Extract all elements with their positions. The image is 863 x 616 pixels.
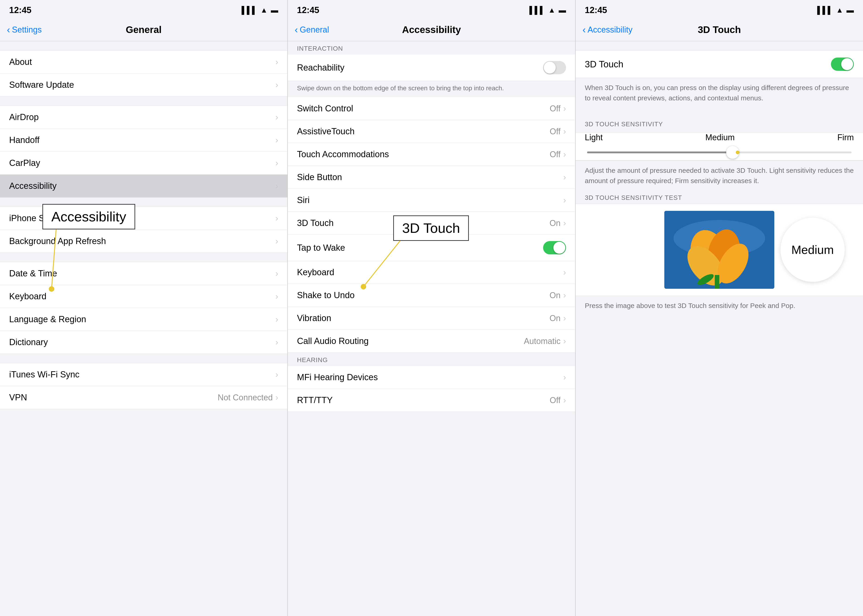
nav-back-2[interactable]: ‹ General <box>295 25 329 35</box>
flower-test-image[interactable] <box>664 211 774 289</box>
item-label-accessibility: Accessibility <box>9 181 57 191</box>
toggle-reachability[interactable] <box>543 61 566 74</box>
nav-back-3[interactable]: ‹ Accessibility <box>583 25 632 35</box>
settings-item-accessibility[interactable]: Accessibility › <box>0 174 288 198</box>
settings-item-touch-accommodations[interactable]: Touch Accommodations Off › <box>288 143 575 166</box>
settings-list-1: About › Software Update › AirDrop › <box>0 41 288 616</box>
settings-item-keyboard-2[interactable]: Keyboard › <box>288 261 575 284</box>
settings-item-carplay[interactable]: CarPlay › <box>0 152 288 174</box>
toggle-3d-touch-main[interactable] <box>831 58 854 71</box>
nav-back-label-3[interactable]: Accessibility <box>588 25 632 35</box>
status-bar-2: 12:45 ▌▌▌ ▲ ▬ <box>288 0 575 18</box>
nav-back-1[interactable]: ‹ Settings <box>7 25 42 35</box>
status-bar-3: 12:45 ▌▌▌ ▲ ▬ <box>575 0 863 18</box>
switch-control-status: Off <box>550 104 561 113</box>
toggle-tap-wake[interactable] <box>543 241 566 255</box>
settings-section-5: iTunes Wi-Fi Sync › VPN Not Connected › <box>0 363 288 409</box>
svg-rect-10 <box>715 275 719 289</box>
signal-icon-1: ▌▌▌ <box>242 6 257 14</box>
item-label-rtt-tty: RTT/TTY <box>297 395 333 405</box>
item-value-touch-accommodations: Off › <box>550 150 566 159</box>
item-value-vibration: On › <box>550 313 566 323</box>
sensitivity-slider[interactable] <box>575 147 863 160</box>
chevron-airdrop: › <box>275 113 278 122</box>
callout-3d-touch: 3D Touch <box>393 215 469 241</box>
chevron-accessibility: › <box>275 181 278 191</box>
chevron-itunes-sync: › <box>275 370 278 379</box>
settings-item-shake-undo[interactable]: Shake to Undo On › <box>288 284 575 307</box>
item-label-bg-refresh: Background App Refresh <box>9 236 106 246</box>
settings-item-handoff[interactable]: Handoff › <box>0 129 288 152</box>
slider-track <box>587 151 852 153</box>
item-label-touch-accommodations: Touch Accommodations <box>297 149 389 159</box>
signal-icon-2: ▌▌▌ <box>529 6 545 14</box>
test-section-header: 3D TOUCH SENSITIVITY TEST <box>575 190 863 204</box>
item-value-iphone-storage: › <box>275 214 278 223</box>
item-label-software-update: Software Update <box>9 80 74 90</box>
settings-item-switch-control[interactable]: Switch Control Off › <box>288 97 575 120</box>
item-label-language: Language & Region <box>9 314 86 324</box>
settings-section-1: About › Software Update › <box>0 50 288 96</box>
item-label-date-time: Date & Time <box>9 269 57 278</box>
back-chevron-1: ‹ <box>7 25 10 35</box>
settings-item-itunes-sync[interactable]: iTunes Wi-Fi Sync › <box>0 363 288 386</box>
nav-title-2: Accessibility <box>402 24 461 35</box>
item-value-software-update: › <box>275 80 278 90</box>
settings-item-date-time[interactable]: Date & Time › <box>0 262 288 285</box>
item-value-bg-refresh: › <box>275 237 278 246</box>
settings-list-2: INTERACTION Reachability Swipe down on t… <box>288 41 575 616</box>
settings-item-about[interactable]: About › <box>0 50 288 74</box>
settings-item-bg-refresh[interactable]: Background App Refresh › <box>0 230 288 253</box>
settings-item-assistive-touch[interactable]: AssistiveTouch Off › <box>288 120 575 143</box>
shake-undo-status: On <box>550 291 561 300</box>
3d-touch-toggle-row[interactable]: 3D Touch <box>575 50 863 78</box>
wifi-icon-1: ▲ <box>260 6 268 14</box>
chevron-bg-refresh: › <box>275 237 278 246</box>
status-time-1: 12:45 <box>9 5 31 15</box>
settings-item-dictionary[interactable]: Dictionary › <box>0 331 288 354</box>
callout-text-accessibility: Accessibility <box>51 209 126 224</box>
nav-back-label-1[interactable]: Settings <box>12 25 42 35</box>
toggle-knob-tap-wake <box>553 242 565 254</box>
settings-item-language[interactable]: Language & Region › <box>0 308 288 331</box>
battery-icon-1: ▬ <box>271 6 278 14</box>
item-label-tap-wake: Tap to Wake <box>297 243 345 253</box>
settings-item-vpn[interactable]: VPN Not Connected › <box>0 386 288 409</box>
chevron-touch-accommodations: › <box>563 150 566 159</box>
chevron-siri: › <box>563 195 566 205</box>
settings-item-rtt-tty[interactable]: RTT/TTY Off › <box>288 389 575 412</box>
item-value-accessibility: › <box>275 181 278 191</box>
settings-item-mfi[interactable]: MFi Hearing Devices › <box>288 366 575 389</box>
chevron-switch-control: › <box>563 104 566 113</box>
item-value-about: › <box>275 57 278 67</box>
chevron-date-time: › <box>275 269 278 278</box>
wifi-icon-2: ▲ <box>548 6 555 14</box>
back-chevron-3: ‹ <box>583 25 586 35</box>
test-image-container[interactable]: Medium <box>575 204 863 296</box>
callout-accessibility: Accessibility <box>42 204 135 229</box>
item-value-3d-touch: On › <box>550 218 566 228</box>
item-value-handoff: › <box>275 135 278 145</box>
chevron-iphone-storage: › <box>275 214 278 223</box>
signal-icon-3: ▌▌▌ <box>817 6 833 14</box>
flower-svg <box>664 211 774 289</box>
chevron-about: › <box>275 57 278 67</box>
settings-item-vibration[interactable]: Vibration On › <box>288 307 575 330</box>
settings-item-software-update[interactable]: Software Update › <box>0 74 288 96</box>
panel-general: 12:45 ▌▌▌ ▲ ▬ ‹ Settings General About ›… <box>0 0 288 616</box>
item-label-assistive-touch: AssistiveTouch <box>297 127 355 136</box>
item-label-airdrop: AirDrop <box>9 112 39 122</box>
item-value-rtt-tty: Off › <box>550 396 566 405</box>
settings-item-side-button[interactable]: Side Button › <box>288 166 575 189</box>
settings-item-keyboard[interactable]: Keyboard › <box>0 285 288 308</box>
item-label-reachability: Reachability <box>297 63 344 73</box>
settings-item-siri[interactable]: Siri › <box>288 189 575 212</box>
settings-item-airdrop[interactable]: AirDrop › <box>0 106 288 129</box>
settings-item-reachability[interactable]: Reachability <box>288 55 575 81</box>
nav-back-label-2[interactable]: General <box>300 25 329 35</box>
item-label-shake-undo: Shake to Undo <box>297 290 355 300</box>
chevron-assistive-touch: › <box>563 127 566 136</box>
3d-touch-description: When 3D Touch is on, you can press on th… <box>575 78 863 108</box>
nav-bar-1: ‹ Settings General <box>0 18 288 41</box>
settings-item-call-audio[interactable]: Call Audio Routing Automatic › <box>288 330 575 353</box>
